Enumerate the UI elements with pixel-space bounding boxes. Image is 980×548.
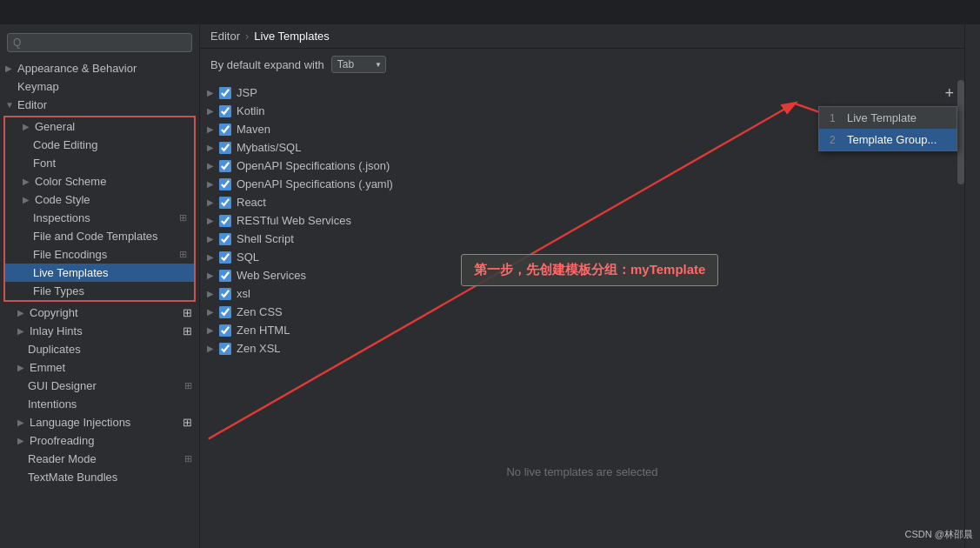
- template-row[interactable]: ▶ OpenAPI Specifications (.json): [200, 157, 964, 175]
- sidebar-item-file-code-templates[interactable]: File and Code Templates: [5, 227, 194, 245]
- template-checkbox[interactable]: [219, 288, 231, 300]
- template-name: JSP: [237, 86, 257, 99]
- template-row[interactable]: ▶ RESTful Web Services: [200, 211, 964, 230]
- gear-icon: ⊞: [183, 306, 192, 319]
- template-name: Kotlin: [237, 104, 265, 117]
- sidebar-item-emmet[interactable]: ▶ Emmet: [0, 358, 199, 377]
- sidebar-item-duplicates[interactable]: Duplicates: [0, 340, 199, 358]
- template-checkbox[interactable]: [219, 105, 231, 117]
- sidebar-label: File Types: [33, 284, 84, 297]
- breadcrumb-separator: ›: [245, 30, 249, 43]
- sidebar-item-inlay-hints[interactable]: ▶ Inlay Hints ⊞: [0, 322, 199, 340]
- sidebar-label: Live Templates: [33, 266, 108, 279]
- dropdown-item-live-template[interactable]: 1 Live Template: [819, 107, 957, 129]
- sidebar-item-color-scheme[interactable]: ▶ Color Scheme: [5, 172, 194, 190]
- sidebar-item-file-types[interactable]: File Types: [5, 282, 194, 300]
- template-checkbox[interactable]: [219, 233, 231, 245]
- template-row[interactable]: ▶ Shell Script: [200, 230, 964, 248]
- template-row[interactable]: ▶ Zen HTML: [200, 321, 964, 339]
- gear-icon: ⊞: [184, 453, 192, 464]
- chevron-right-icon: ▶: [207, 234, 217, 244]
- sidebar-label: Code Style: [35, 193, 90, 206]
- template-row[interactable]: ▶ Web Services: [200, 266, 964, 284]
- sidebar-item-reader-mode[interactable]: Reader Mode ⊞: [0, 450, 199, 468]
- sidebar-item-intentions[interactable]: Intentions: [0, 395, 199, 413]
- sidebar-item-general[interactable]: ▶ General: [5, 117, 194, 136]
- expand-with-select[interactable]: Tab Space Enter: [331, 56, 386, 73]
- template-checkbox[interactable]: [219, 142, 231, 154]
- sidebar-item-file-encodings[interactable]: File Encodings ⊞: [5, 245, 194, 264]
- search-input[interactable]: [7, 33, 192, 52]
- sidebar-label: General: [35, 120, 75, 133]
- chevron-right-icon: ▶: [23, 195, 33, 204]
- template-name: xsl: [237, 287, 250, 300]
- scrollbar-thumb[interactable]: [957, 80, 964, 184]
- sidebar-label: TextMate Bundles: [28, 471, 117, 484]
- sidebar-item-font[interactable]: Font: [5, 154, 194, 172]
- template-checkbox[interactable]: [219, 215, 231, 227]
- template-row[interactable]: ▶ OpenAPI Specifications (.yaml): [200, 175, 964, 193]
- watermark: CSDN @林邵晨: [905, 528, 973, 541]
- template-checkbox[interactable]: [219, 343, 231, 355]
- gear-icon: ⊞: [183, 416, 192, 429]
- chevron-right-icon: ▶: [17, 436, 28, 445]
- template-checkbox[interactable]: [219, 251, 231, 264]
- template-checkbox[interactable]: [219, 197, 231, 209]
- sidebar-item-copyright[interactable]: ▶ Copyright ⊞: [0, 304, 199, 322]
- sidebar-item-textmate-bundles[interactable]: TextMate Bundles: [0, 468, 199, 486]
- template-checkbox[interactable]: [219, 270, 231, 282]
- template-checkbox[interactable]: [219, 160, 231, 172]
- sidebar-item-editor[interactable]: ▼ Editor: [0, 96, 199, 114]
- item-number-2: 2: [830, 134, 842, 146]
- sidebar-item-live-templates[interactable]: Live Templates: [5, 264, 194, 282]
- sidebar-item-proofreading[interactable]: ▶ Proofreading: [0, 431, 199, 450]
- chevron-right-icon: ▶: [207, 289, 217, 298]
- template-checkbox[interactable]: [219, 178, 231, 190]
- sidebar-label: Inlay Hints: [30, 324, 83, 337]
- template-name: RESTful Web Services: [237, 214, 351, 227]
- chevron-right-icon: ▶: [207, 344, 217, 353]
- sidebar-item-appearance[interactable]: ▶ Appearance & Behavior: [0, 59, 199, 77]
- template-checkbox[interactable]: [219, 124, 231, 136]
- sidebar-item-code-style[interactable]: ▶ Code Style: [5, 190, 194, 209]
- dropdown-item-template-group[interactable]: 2 Template Group...: [819, 129, 957, 150]
- add-template-btn[interactable]: +: [941, 84, 957, 103]
- sidebar-item-inspections[interactable]: Inspections ⊞: [5, 209, 194, 227]
- main-layout: ▶ Appearance & Behavior Keymap ▼ Editor …: [0, 24, 980, 548]
- chevron-right-icon: ▶: [207, 252, 217, 262]
- template-checkbox[interactable]: [219, 87, 231, 99]
- template-checkbox[interactable]: [219, 324, 231, 337]
- template-row[interactable]: ▶ Zen XSL: [200, 339, 964, 358]
- content-area: Editor › Live Templates By default expan…: [200, 24, 964, 548]
- dropdown-item-label-2: Template Group...: [847, 133, 937, 146]
- sidebar-label: Language Injections: [30, 416, 130, 429]
- sidebar-item-gui-designer[interactable]: GUI Designer ⊞: [0, 377, 199, 395]
- sidebar: ▶ Appearance & Behavior Keymap ▼ Editor …: [0, 24, 200, 548]
- template-name: OpenAPI Specifications (.yaml): [237, 177, 393, 190]
- template-row[interactable]: ▶ React: [200, 193, 964, 211]
- template-row[interactable]: ▶ Zen CSS: [200, 303, 964, 321]
- chevron-right-icon: ▶: [17, 326, 28, 336]
- sidebar-item-code-editing[interactable]: Code Editing: [5, 136, 194, 154]
- template-checkbox[interactable]: [219, 306, 231, 318]
- sidebar-label: Editor: [17, 98, 47, 111]
- template-row[interactable]: ▶ JSP: [200, 84, 964, 102]
- sidebar-item-language-injections[interactable]: ▶ Language Injections ⊞: [0, 413, 199, 431]
- sidebar-item-keymap[interactable]: Keymap: [0, 77, 199, 96]
- template-name: Shell Script: [237, 232, 294, 245]
- chevron-right-icon: ▶: [17, 308, 28, 317]
- sidebar-label: Emmet: [30, 361, 65, 374]
- chevron-right-icon: ▶: [207, 271, 217, 280]
- sidebar-label: GUI Designer: [28, 379, 97, 392]
- chevron-right-icon: ▶: [23, 177, 33, 186]
- chevron-right-icon: ▶: [207, 124, 217, 134]
- breadcrumb: Editor › Live Templates: [200, 24, 964, 49]
- template-row[interactable]: ▶ xsl: [200, 284, 964, 303]
- template-name: Mybatis/SQL: [237, 141, 301, 154]
- template-name: Maven: [237, 123, 270, 136]
- chevron-right-icon: ▶: [17, 418, 28, 427]
- sidebar-label: Appearance & Behavior: [17, 62, 137, 75]
- editor-subsection: ▶ General Code Editing Font ▶ Color Sche…: [3, 116, 196, 302]
- template-row[interactable]: ▶ SQL: [200, 248, 964, 266]
- chevron-right-icon: ▶: [207, 179, 217, 189]
